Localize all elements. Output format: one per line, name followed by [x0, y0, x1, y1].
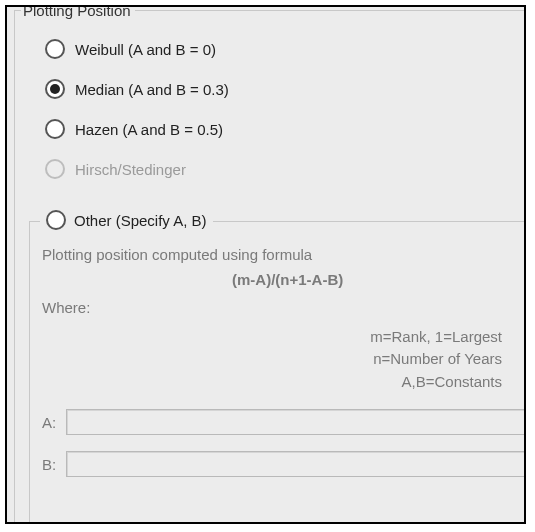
var-n: n=Number of Years [42, 348, 502, 371]
variable-definitions: m=Rank, 1=Largest n=Number of Years A,B=… [42, 326, 502, 394]
input-row-b: B: [42, 451, 526, 477]
radio-row-weibull[interactable]: Weibull (A and B = 0) [45, 29, 526, 69]
dialog-frame: Plotting Position Weibull (A and B = 0) … [5, 5, 526, 524]
radio-icon[interactable] [45, 39, 65, 59]
radio-label-other: Other (Specify A, B) [74, 212, 207, 229]
a-input[interactable] [66, 409, 526, 435]
radio-row-other[interactable]: Other (Specify A, B) [40, 210, 213, 230]
b-label: B: [42, 456, 66, 473]
radio-icon[interactable] [46, 210, 66, 230]
formula-intro: Plotting position computed using formula [42, 246, 312, 263]
where-label: Where: [42, 297, 526, 320]
radio-icon[interactable] [45, 79, 65, 99]
radio-label-weibull: Weibull (A and B = 0) [75, 41, 216, 58]
radio-row-hirsch: Hirsch/Stedinger [45, 149, 526, 189]
radio-icon[interactable] [45, 119, 65, 139]
radio-label-hirsch: Hirsch/Stedinger [75, 161, 186, 178]
radio-label-hazen: Hazen (A and B = 0.5) [75, 121, 223, 138]
var-ab: A,B=Constants [42, 371, 502, 394]
radio-row-hazen[interactable]: Hazen (A and B = 0.5) [45, 109, 526, 149]
plotting-position-fieldset: Plotting Position Weibull (A and B = 0) … [14, 10, 526, 524]
fieldset-legend: Plotting Position [21, 5, 135, 19]
formula-text: (m-A)/(n+1-A-B) [232, 269, 526, 292]
var-m: m=Rank, 1=Largest [42, 326, 502, 349]
b-input[interactable] [66, 451, 526, 477]
a-label: A: [42, 414, 66, 431]
radio-label-median: Median (A and B = 0.3) [75, 81, 229, 98]
radio-icon [45, 159, 65, 179]
other-description: Plotting position computed using formula… [42, 244, 526, 393]
other-group: Other (Specify A, B) Plotting position c… [29, 221, 526, 524]
radio-row-median[interactable]: Median (A and B = 0.3) [45, 69, 526, 109]
input-row-a: A: [42, 409, 526, 435]
